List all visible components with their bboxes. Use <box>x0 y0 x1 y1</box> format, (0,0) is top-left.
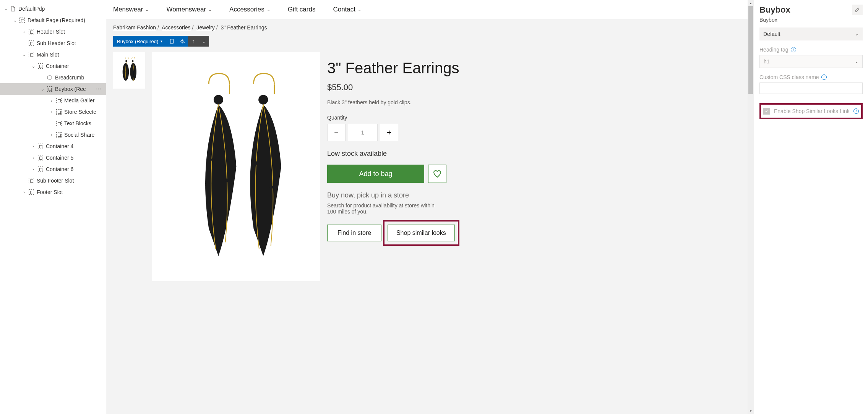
tree-item-sub-header-slot[interactable]: ›Sub Header Slot <box>0 37 106 49</box>
module-toolbar: Buybox (Required) ↑ ↓ <box>113 36 209 47</box>
info-icon[interactable]: i <box>791 47 796 52</box>
nav-item-womenswear[interactable]: Womenswear⌄ <box>166 6 212 13</box>
nav-item-accessories[interactable]: Accessories⌄ <box>229 6 270 13</box>
slot-icon <box>47 86 53 92</box>
copy-icon[interactable] <box>166 36 177 47</box>
arrow-up-icon[interactable]: ↑ <box>188 36 198 47</box>
chevron-icon[interactable]: › <box>31 144 36 149</box>
tree-item-label: Sub Footer Slot <box>37 178 103 184</box>
slot-icon <box>28 52 34 58</box>
quantity-increment[interactable]: + <box>380 124 398 141</box>
more-icon[interactable]: ⋯ <box>94 86 103 92</box>
tree-item-label: Container <box>46 63 103 69</box>
tree-item-label: Store Selectc <box>64 109 103 115</box>
product-thumbnail[interactable] <box>113 52 145 89</box>
preview-scrollbar[interactable]: ▴ ▾ <box>748 0 754 414</box>
edit-button[interactable] <box>852 5 863 15</box>
info-icon[interactable]: i <box>853 108 859 114</box>
tree-item-main-slot[interactable]: ⌄Main Slot <box>0 49 106 60</box>
tree-item-container-5[interactable]: ›Container 5 <box>0 152 106 163</box>
tree-item-container[interactable]: ⌄Container <box>0 60 106 72</box>
slot-icon <box>56 97 62 104</box>
slot-icon <box>28 178 34 184</box>
scroll-down-icon[interactable]: ▾ <box>748 408 754 414</box>
pickup-description: Search for product availability at store… <box>327 202 442 215</box>
chevron-icon[interactable]: ⌄ <box>12 18 18 23</box>
highlight-shop-similar: Shop similar looks <box>383 220 459 246</box>
preview-panel: Menswear⌄Womenswear⌄Accessories⌄Gift car… <box>106 0 754 414</box>
tree-item-label: DefaultPdp <box>18 6 103 12</box>
chevron-icon[interactable]: › <box>49 133 54 137</box>
properties-subtitle: Buybox <box>759 17 863 23</box>
tree-item-footer-slot[interactable]: ›Footer Slot <box>0 186 106 198</box>
chevron-icon[interactable]: ⌄ <box>40 87 45 92</box>
product-description: Black 3" feathers held by gold clips. <box>327 99 741 105</box>
tree-item-sub-footer-slot[interactable]: ›Sub Footer Slot <box>0 175 106 186</box>
tree-item-media-galler[interactable]: ›Media Galler <box>0 95 106 106</box>
chevron-icon[interactable]: ⌄ <box>3 6 8 11</box>
chevron-icon[interactable]: › <box>31 155 36 160</box>
tree-item-default-page-required-[interactable]: ⌄Default Page (Required) <box>0 15 106 26</box>
svg-point-12 <box>255 161 258 165</box>
chevron-icon[interactable]: › <box>31 167 36 171</box>
chevron-down-icon: ⌄ <box>145 7 149 12</box>
tree-item-header-slot[interactable]: ›Header Slot <box>0 26 106 37</box>
chevron-down-icon: ⌄ <box>358 7 361 12</box>
layout-select[interactable]: Default ⌄ <box>759 27 863 40</box>
chevron-icon[interactable]: › <box>49 110 54 114</box>
slot-icon <box>37 143 44 149</box>
breadcrumb-link[interactable]: Jewelry <box>196 24 214 31</box>
slot-icon <box>19 17 25 23</box>
module-name-dropdown[interactable]: Buybox (Required) <box>113 39 166 44</box>
tree-item-defaultpdp[interactable]: ⌄DefaultPdp <box>0 3 106 15</box>
info-icon[interactable]: i <box>821 74 827 80</box>
arrow-down-icon[interactable]: ↓ <box>198 36 209 47</box>
nav-item-contact[interactable]: Contact⌄ <box>333 6 361 13</box>
css-class-input[interactable] <box>759 82 863 94</box>
svg-point-13 <box>269 186 273 189</box>
breadcrumb-current: 3" Feather Earrings <box>221 24 267 31</box>
tree-item-label: Header Slot <box>37 29 103 35</box>
shop-similar-looks-button[interactable]: Shop similar looks <box>388 225 455 241</box>
chevron-down-icon: ⌄ <box>267 7 270 12</box>
breadcrumb-link[interactable]: Accessories <box>162 24 190 31</box>
chevron-icon[interactable]: › <box>49 98 54 103</box>
thumbnail-column <box>113 52 145 281</box>
tree-item-label: Container 4 <box>46 143 103 149</box>
slot-icon <box>37 155 44 161</box>
scrollbar-thumb[interactable] <box>748 6 753 94</box>
chevron-icon[interactable]: ⌄ <box>21 52 27 57</box>
chevron-icon[interactable]: › <box>21 29 27 34</box>
share-icon[interactable] <box>177 36 188 47</box>
nav-item-gift-cards[interactable]: Gift cards <box>288 6 316 13</box>
tree-item-text-blocks[interactable]: ›Text Blocks <box>0 118 106 129</box>
properties-title: Buybox <box>759 5 790 15</box>
tree-item-breadcrumb[interactable]: ›Breadcrumb <box>0 72 106 83</box>
svg-point-11 <box>225 179 228 182</box>
tree-item-container-4[interactable]: ›Container 4 <box>0 141 106 152</box>
tree-item-label: Social Share <box>64 132 103 138</box>
chevron-down-icon: ⌄ <box>855 59 858 64</box>
tree-item-buybox-rec[interactable]: ⌄Buybox (Rec⋯ <box>0 83 106 95</box>
breadcrumb-link[interactable]: Fabrikam Fashion <box>113 24 156 31</box>
properties-panel: Buybox Buybox Default ⌄ Heading tag i h1… <box>754 0 868 414</box>
wishlist-button[interactable] <box>428 165 446 183</box>
nav-item-menswear[interactable]: Menswear⌄ <box>113 6 149 13</box>
scroll-up-icon[interactable]: ▴ <box>748 0 754 6</box>
heading-tag-label: Heading tag i <box>759 47 863 53</box>
chevron-icon[interactable]: › <box>21 190 27 194</box>
enable-ssl-checkbox[interactable]: ✓ <box>763 108 770 115</box>
tree-item-store-selectc[interactable]: ›Store Selectc <box>0 106 106 118</box>
quantity-label: Quantity <box>327 115 741 121</box>
heading-tag-select[interactable]: h1 ⌄ <box>759 55 863 68</box>
quantity-decrement[interactable]: − <box>327 124 346 141</box>
tree-item-label: Media Galler <box>64 97 103 104</box>
heading-tag-value: h1 <box>764 58 770 65</box>
find-in-store-button[interactable]: Find in store <box>327 225 381 241</box>
add-to-bag-button[interactable]: Add to bag <box>327 165 424 183</box>
tree-item-social-share[interactable]: ›Social Share <box>0 129 106 141</box>
tree-item-container-6[interactable]: ›Container 6 <box>0 163 106 175</box>
svg-point-9 <box>258 95 268 104</box>
chevron-icon[interactable]: ⌄ <box>31 64 36 69</box>
page-icon <box>10 6 16 12</box>
